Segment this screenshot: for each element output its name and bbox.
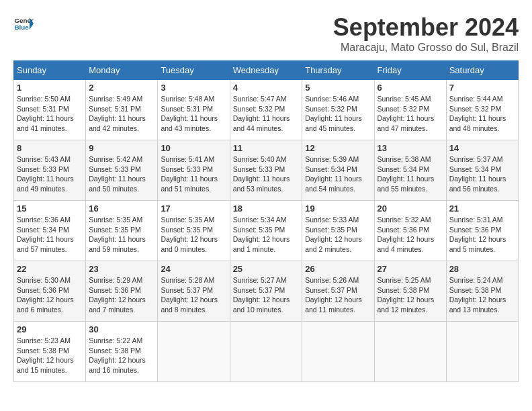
- logo-icon: General Blue: [13, 13, 34, 34]
- calendar-week-row: 22Sunrise: 5:30 AMSunset: 5:36 PMDayligh…: [14, 261, 519, 322]
- day-number: 22: [17, 264, 83, 274]
- day-info: Sunrise: 5:22 AMSunset: 5:38 PMDaylight:…: [89, 336, 154, 375]
- day-info: Sunrise: 5:34 AMSunset: 5:35 PMDaylight:…: [233, 215, 300, 255]
- calendar-cell: 5Sunrise: 5:46 AMSunset: 5:32 PMDaylight…: [302, 80, 374, 140]
- calendar-cell: 1Sunrise: 5:50 AMSunset: 5:31 PMDaylight…: [14, 80, 86, 140]
- day-info: Sunrise: 5:43 AMSunset: 5:33 PMDaylight:…: [17, 154, 83, 194]
- day-number: 9: [89, 143, 154, 153]
- day-number: 19: [305, 203, 371, 214]
- day-number: 8: [17, 143, 83, 153]
- day-number: 12: [305, 143, 371, 153]
- calendar-cell: [374, 322, 446, 382]
- calendar-cell: 7Sunrise: 5:44 AMSunset: 5:32 PMDaylight…: [446, 80, 518, 140]
- calendar-week-row: 8Sunrise: 5:43 AMSunset: 5:33 PMDaylight…: [14, 140, 519, 201]
- day-number: 21: [449, 203, 515, 214]
- day-info: Sunrise: 5:25 AMSunset: 5:38 PMDaylight:…: [378, 275, 443, 315]
- weekday-header: Friday: [374, 61, 446, 80]
- calendar-cell: 16Sunrise: 5:35 AMSunset: 5:35 PMDayligh…: [86, 201, 158, 261]
- calendar-cell: 13Sunrise: 5:38 AMSunset: 5:34 PMDayligh…: [374, 140, 446, 201]
- day-info: Sunrise: 5:46 AMSunset: 5:32 PMDaylight:…: [305, 94, 371, 134]
- weekday-header: Wednesday: [230, 61, 302, 80]
- day-info: Sunrise: 5:29 AMSunset: 5:36 PMDaylight:…: [89, 275, 154, 315]
- calendar-cell: 20Sunrise: 5:32 AMSunset: 5:36 PMDayligh…: [374, 201, 446, 261]
- calendar-cell: 2Sunrise: 5:49 AMSunset: 5:31 PMDaylight…: [86, 80, 158, 140]
- day-info: Sunrise: 5:47 AMSunset: 5:32 PMDaylight:…: [233, 94, 300, 134]
- calendar-cell: [158, 322, 230, 382]
- day-number: 3: [161, 83, 226, 93]
- day-info: Sunrise: 5:44 AMSunset: 5:32 PMDaylight:…: [449, 94, 515, 134]
- day-info: Sunrise: 5:23 AMSunset: 5:38 PMDaylight:…: [17, 336, 83, 375]
- month-title: September 2024: [333, 13, 519, 42]
- calendar-cell: 24Sunrise: 5:28 AMSunset: 5:37 PMDayligh…: [158, 261, 230, 322]
- day-number: 10: [161, 143, 226, 153]
- day-number: 17: [161, 203, 226, 214]
- calendar-cell: 25Sunrise: 5:27 AMSunset: 5:37 PMDayligh…: [230, 261, 302, 322]
- day-number: 6: [378, 83, 443, 93]
- day-info: Sunrise: 5:28 AMSunset: 5:37 PMDaylight:…: [161, 275, 226, 315]
- day-number: 25: [233, 264, 300, 274]
- location-subtitle: Maracaju, Mato Grosso do Sul, Brazil: [333, 42, 519, 54]
- day-info: Sunrise: 5:32 AMSunset: 5:36 PMDaylight:…: [378, 215, 443, 255]
- day-info: Sunrise: 5:42 AMSunset: 5:33 PMDaylight:…: [89, 154, 154, 194]
- calendar-cell: 21Sunrise: 5:31 AMSunset: 5:36 PMDayligh…: [446, 201, 518, 261]
- day-info: Sunrise: 5:41 AMSunset: 5:33 PMDaylight:…: [161, 154, 226, 194]
- day-info: Sunrise: 5:50 AMSunset: 5:31 PMDaylight:…: [17, 94, 83, 134]
- day-info: Sunrise: 5:37 AMSunset: 5:34 PMDaylight:…: [449, 154, 515, 194]
- weekday-header: Thursday: [302, 61, 374, 80]
- day-number: 5: [305, 83, 371, 93]
- weekday-header: Saturday: [446, 61, 518, 80]
- calendar-cell: 18Sunrise: 5:34 AMSunset: 5:35 PMDayligh…: [230, 201, 302, 261]
- day-info: Sunrise: 5:30 AMSunset: 5:36 PMDaylight:…: [17, 275, 83, 315]
- day-info: Sunrise: 5:40 AMSunset: 5:33 PMDaylight:…: [233, 154, 300, 194]
- calendar-cell: 8Sunrise: 5:43 AMSunset: 5:33 PMDaylight…: [14, 140, 86, 201]
- day-number: 13: [378, 143, 443, 153]
- day-info: Sunrise: 5:45 AMSunset: 5:32 PMDaylight:…: [378, 94, 443, 134]
- weekday-header: Monday: [86, 61, 158, 80]
- weekday-header-row: SundayMondayTuesdayWednesdayThursdayFrid…: [14, 61, 519, 80]
- calendar-cell: 15Sunrise: 5:36 AMSunset: 5:34 PMDayligh…: [14, 201, 86, 261]
- day-number: 26: [305, 264, 371, 274]
- day-info: Sunrise: 5:38 AMSunset: 5:34 PMDaylight:…: [378, 154, 443, 194]
- calendar-cell: 14Sunrise: 5:37 AMSunset: 5:34 PMDayligh…: [446, 140, 518, 201]
- day-number: 14: [449, 143, 515, 153]
- day-info: Sunrise: 5:31 AMSunset: 5:36 PMDaylight:…: [449, 215, 515, 255]
- day-info: Sunrise: 5:24 AMSunset: 5:38 PMDaylight:…: [449, 275, 515, 315]
- day-info: Sunrise: 5:33 AMSunset: 5:35 PMDaylight:…: [305, 215, 371, 255]
- day-info: Sunrise: 5:27 AMSunset: 5:37 PMDaylight:…: [233, 275, 300, 315]
- calendar-cell: 11Sunrise: 5:40 AMSunset: 5:33 PMDayligh…: [230, 140, 302, 201]
- day-number: 24: [161, 264, 226, 274]
- calendar-cell: 23Sunrise: 5:29 AMSunset: 5:36 PMDayligh…: [86, 261, 158, 322]
- weekday-header: Sunday: [14, 61, 86, 80]
- calendar-cell: 9Sunrise: 5:42 AMSunset: 5:33 PMDaylight…: [86, 140, 158, 201]
- calendar-cell: 30Sunrise: 5:22 AMSunset: 5:38 PMDayligh…: [86, 322, 158, 382]
- weekday-header: Tuesday: [158, 61, 230, 80]
- day-number: 1: [17, 83, 83, 93]
- day-number: 28: [449, 264, 515, 274]
- calendar-cell: 17Sunrise: 5:35 AMSunset: 5:35 PMDayligh…: [158, 201, 230, 261]
- day-number: 16: [89, 203, 154, 214]
- calendar-week-row: 1Sunrise: 5:50 AMSunset: 5:31 PMDaylight…: [14, 80, 519, 140]
- calendar-cell: 19Sunrise: 5:33 AMSunset: 5:35 PMDayligh…: [302, 201, 374, 261]
- calendar-table: SundayMondayTuesdayWednesdayThursdayFrid…: [13, 60, 519, 382]
- calendar-cell: 6Sunrise: 5:45 AMSunset: 5:32 PMDaylight…: [374, 80, 446, 140]
- day-number: 7: [449, 83, 515, 93]
- calendar-cell: 4Sunrise: 5:47 AMSunset: 5:32 PMDaylight…: [230, 80, 302, 140]
- day-number: 20: [378, 203, 443, 214]
- svg-text:Blue: Blue: [15, 24, 30, 31]
- day-info: Sunrise: 5:35 AMSunset: 5:35 PMDaylight:…: [161, 215, 226, 255]
- calendar-week-row: 15Sunrise: 5:36 AMSunset: 5:34 PMDayligh…: [14, 201, 519, 261]
- logo: General Blue: [13, 13, 34, 34]
- page-header: General Blue September 2024 Maracaju, Ma…: [13, 13, 519, 54]
- day-number: 23: [89, 264, 154, 274]
- day-info: Sunrise: 5:35 AMSunset: 5:35 PMDaylight:…: [89, 215, 154, 255]
- calendar-cell: 26Sunrise: 5:26 AMSunset: 5:37 PMDayligh…: [302, 261, 374, 322]
- calendar-cell: 22Sunrise: 5:30 AMSunset: 5:36 PMDayligh…: [14, 261, 86, 322]
- day-info: Sunrise: 5:36 AMSunset: 5:34 PMDaylight:…: [17, 215, 83, 255]
- day-info: Sunrise: 5:26 AMSunset: 5:37 PMDaylight:…: [305, 275, 371, 315]
- calendar-cell: 28Sunrise: 5:24 AMSunset: 5:38 PMDayligh…: [446, 261, 518, 322]
- day-number: 15: [17, 203, 83, 214]
- day-info: Sunrise: 5:48 AMSunset: 5:31 PMDaylight:…: [161, 94, 226, 134]
- calendar-cell: 3Sunrise: 5:48 AMSunset: 5:31 PMDaylight…: [158, 80, 230, 140]
- day-number: 18: [233, 203, 300, 214]
- calendar-cell: 29Sunrise: 5:23 AMSunset: 5:38 PMDayligh…: [14, 322, 86, 382]
